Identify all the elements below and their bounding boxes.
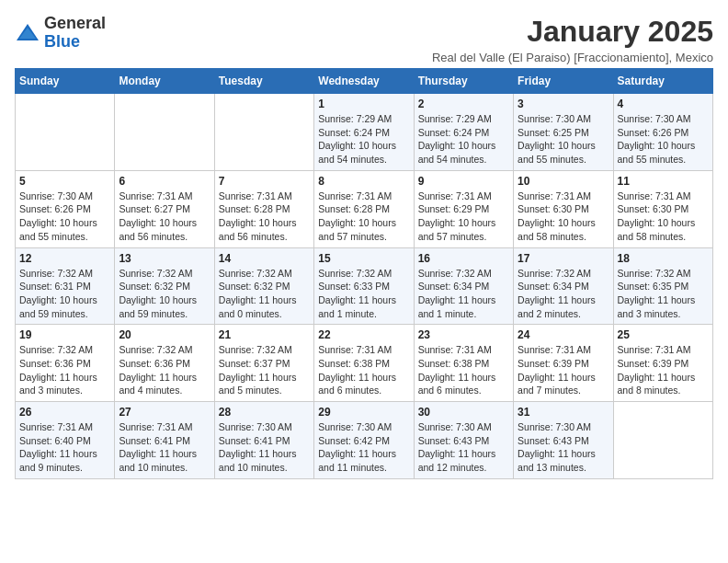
day-number: 19 <box>19 328 110 341</box>
calendar-cell: 24Sunrise: 7:31 AM Sunset: 6:39 PM Dayli… <box>514 325 613 402</box>
day-number: 24 <box>518 328 609 341</box>
calendar-cell: 21Sunrise: 7:32 AM Sunset: 6:37 PM Dayli… <box>214 325 313 402</box>
calendar-subtitle: Real del Valle (El Paraiso) [Fraccionami… <box>432 51 713 64</box>
day-info: Sunrise: 7:32 AM Sunset: 6:36 PM Dayligh… <box>119 343 210 397</box>
day-number: 14 <box>219 252 310 265</box>
day-info: Sunrise: 7:31 AM Sunset: 6:27 PM Dayligh… <box>119 190 210 244</box>
day-info: Sunrise: 7:30 AM Sunset: 6:43 PM Dayligh… <box>518 420 609 475</box>
logo-text: General Blue <box>44 15 106 52</box>
day-number: 3 <box>518 98 609 110</box>
day-info: Sunrise: 7:32 AM Sunset: 6:35 PM Dayligh… <box>618 267 709 321</box>
day-info: Sunrise: 7:32 AM Sunset: 6:34 PM Dayligh… <box>418 267 509 321</box>
calendar-cell: 13Sunrise: 7:32 AM Sunset: 6:32 PM Dayli… <box>115 247 214 325</box>
column-header-wednesday: Wednesday <box>314 69 414 94</box>
calendar-cell: 6Sunrise: 7:31 AM Sunset: 6:27 PM Daylig… <box>115 170 214 247</box>
calendar-cell: 7Sunrise: 7:31 AM Sunset: 6:28 PM Daylig… <box>214 170 313 247</box>
calendar-week-row: 26Sunrise: 7:31 AM Sunset: 6:40 PM Dayli… <box>16 402 713 479</box>
calendar-cell: 11Sunrise: 7:31 AM Sunset: 6:30 PM Dayli… <box>613 170 712 247</box>
calendar-cell: 4Sunrise: 7:30 AM Sunset: 6:26 PM Daylig… <box>613 94 712 171</box>
day-number: 8 <box>318 175 409 188</box>
day-info: Sunrise: 7:31 AM Sunset: 6:40 PM Dayligh… <box>19 420 110 475</box>
calendar-cell: 31Sunrise: 7:30 AM Sunset: 6:43 PM Dayli… <box>514 402 613 479</box>
calendar-cell: 20Sunrise: 7:32 AM Sunset: 6:36 PM Dayli… <box>115 325 214 402</box>
logo-general: General <box>44 14 106 32</box>
calendar-cell: 30Sunrise: 7:30 AM Sunset: 6:43 PM Dayli… <box>414 402 513 479</box>
day-number: 18 <box>618 252 709 265</box>
day-number: 6 <box>119 175 210 188</box>
calendar-table: SundayMondayTuesdayWednesdayThursdayFrid… <box>15 68 713 479</box>
calendar-cell: 15Sunrise: 7:32 AM Sunset: 6:33 PM Dayli… <box>314 247 414 325</box>
calendar-week-row: 12Sunrise: 7:32 AM Sunset: 6:31 PM Dayli… <box>16 247 713 325</box>
calendar-cell: 28Sunrise: 7:30 AM Sunset: 6:41 PM Dayli… <box>214 402 313 479</box>
calendar-cell: 29Sunrise: 7:30 AM Sunset: 6:42 PM Dayli… <box>314 402 414 479</box>
day-info: Sunrise: 7:31 AM Sunset: 6:28 PM Dayligh… <box>219 190 310 244</box>
day-info: Sunrise: 7:32 AM Sunset: 6:32 PM Dayligh… <box>119 267 210 321</box>
calendar-cell: 22Sunrise: 7:31 AM Sunset: 6:38 PM Dayli… <box>314 325 414 402</box>
day-info: Sunrise: 7:29 AM Sunset: 6:24 PM Dayligh… <box>418 112 509 167</box>
day-number: 27 <box>119 406 210 419</box>
calendar-week-row: 19Sunrise: 7:32 AM Sunset: 6:36 PM Dayli… <box>16 325 713 402</box>
calendar-cell: 17Sunrise: 7:32 AM Sunset: 6:34 PM Dayli… <box>514 247 613 325</box>
day-number: 4 <box>618 98 709 110</box>
calendar-cell <box>16 94 115 171</box>
calendar-cell: 25Sunrise: 7:31 AM Sunset: 6:39 PM Dayli… <box>613 325 712 402</box>
calendar-cell: 5Sunrise: 7:30 AM Sunset: 6:26 PM Daylig… <box>16 170 115 247</box>
calendar-week-row: 1Sunrise: 7:29 AM Sunset: 6:24 PM Daylig… <box>16 94 713 171</box>
column-header-tuesday: Tuesday <box>214 69 313 94</box>
day-number: 28 <box>219 406 310 419</box>
column-header-friday: Friday <box>514 69 613 94</box>
day-number: 10 <box>518 175 609 188</box>
day-number: 25 <box>618 328 709 341</box>
day-number: 22 <box>318 328 409 341</box>
calendar-header-row: SundayMondayTuesdayWednesdayThursdayFrid… <box>16 69 713 94</box>
calendar-cell: 16Sunrise: 7:32 AM Sunset: 6:34 PM Dayli… <box>414 247 513 325</box>
day-info: Sunrise: 7:31 AM Sunset: 6:28 PM Dayligh… <box>318 190 409 244</box>
day-info: Sunrise: 7:30 AM Sunset: 6:26 PM Dayligh… <box>618 112 709 167</box>
day-info: Sunrise: 7:31 AM Sunset: 6:41 PM Dayligh… <box>119 420 210 475</box>
day-info: Sunrise: 7:32 AM Sunset: 6:34 PM Dayligh… <box>518 267 609 321</box>
page-header: General Blue January 2025 Real del Valle… <box>15 15 713 64</box>
calendar-cell <box>115 94 214 171</box>
calendar-cell: 1Sunrise: 7:29 AM Sunset: 6:24 PM Daylig… <box>314 94 414 171</box>
calendar-week-row: 5Sunrise: 7:30 AM Sunset: 6:26 PM Daylig… <box>16 170 713 247</box>
calendar-cell: 8Sunrise: 7:31 AM Sunset: 6:28 PM Daylig… <box>314 170 414 247</box>
day-number: 30 <box>418 406 509 419</box>
day-info: Sunrise: 7:32 AM Sunset: 6:32 PM Dayligh… <box>219 267 310 321</box>
day-info: Sunrise: 7:30 AM Sunset: 6:26 PM Dayligh… <box>19 190 110 244</box>
calendar-cell: 18Sunrise: 7:32 AM Sunset: 6:35 PM Dayli… <box>613 247 712 325</box>
column-header-thursday: Thursday <box>414 69 513 94</box>
day-number: 23 <box>418 328 509 341</box>
calendar-cell <box>214 94 313 171</box>
day-info: Sunrise: 7:31 AM Sunset: 6:38 PM Dayligh… <box>318 343 409 397</box>
day-info: Sunrise: 7:29 AM Sunset: 6:24 PM Dayligh… <box>318 112 409 167</box>
column-header-monday: Monday <box>115 69 214 94</box>
calendar-cell: 9Sunrise: 7:31 AM Sunset: 6:29 PM Daylig… <box>414 170 513 247</box>
day-number: 21 <box>219 328 310 341</box>
day-info: Sunrise: 7:32 AM Sunset: 6:31 PM Dayligh… <box>19 267 110 321</box>
calendar-cell: 2Sunrise: 7:29 AM Sunset: 6:24 PM Daylig… <box>414 94 513 171</box>
day-info: Sunrise: 7:32 AM Sunset: 6:36 PM Dayligh… <box>19 343 110 397</box>
calendar-cell: 3Sunrise: 7:30 AM Sunset: 6:25 PM Daylig… <box>514 94 613 171</box>
day-info: Sunrise: 7:30 AM Sunset: 6:25 PM Dayligh… <box>518 112 609 167</box>
day-info: Sunrise: 7:30 AM Sunset: 6:41 PM Dayligh… <box>219 420 310 475</box>
day-info: Sunrise: 7:31 AM Sunset: 6:30 PM Dayligh… <box>618 190 709 244</box>
day-number: 2 <box>418 98 509 110</box>
day-info: Sunrise: 7:31 AM Sunset: 6:30 PM Dayligh… <box>518 190 609 244</box>
day-number: 15 <box>318 252 409 265</box>
calendar-cell: 19Sunrise: 7:32 AM Sunset: 6:36 PM Dayli… <box>16 325 115 402</box>
calendar-title: January 2025 <box>432 15 713 49</box>
day-number: 17 <box>518 252 609 265</box>
day-info: Sunrise: 7:32 AM Sunset: 6:37 PM Dayligh… <box>219 343 310 397</box>
calendar-cell: 12Sunrise: 7:32 AM Sunset: 6:31 PM Dayli… <box>16 247 115 325</box>
day-number: 16 <box>418 252 509 265</box>
calendar-cell: 23Sunrise: 7:31 AM Sunset: 6:38 PM Dayli… <box>414 325 513 402</box>
day-number: 5 <box>19 175 110 188</box>
day-number: 20 <box>119 328 210 341</box>
day-info: Sunrise: 7:30 AM Sunset: 6:42 PM Dayligh… <box>318 420 409 475</box>
calendar-cell: 27Sunrise: 7:31 AM Sunset: 6:41 PM Dayli… <box>115 402 214 479</box>
column-header-sunday: Sunday <box>16 69 115 94</box>
title-block: January 2025 Real del Valle (El Paraiso)… <box>432 15 713 64</box>
logo-icon <box>15 20 40 46</box>
day-info: Sunrise: 7:32 AM Sunset: 6:33 PM Dayligh… <box>318 267 409 321</box>
day-info: Sunrise: 7:31 AM Sunset: 6:39 PM Dayligh… <box>518 343 609 397</box>
